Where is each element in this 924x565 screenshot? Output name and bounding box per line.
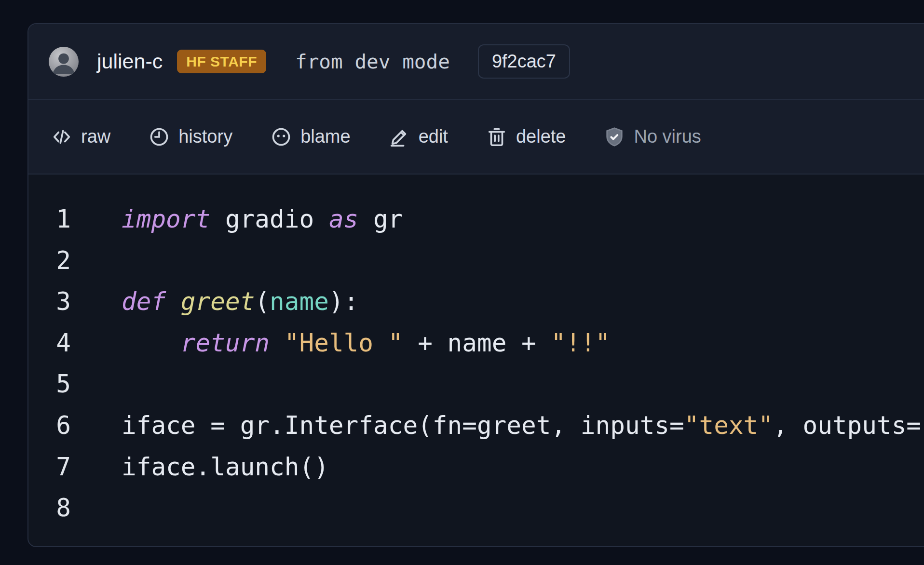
code-line-content: iface = gr.Interface(fn=greet, inputs="t… [122,405,924,446]
code-line: 7iface.launch() [28,446,924,488]
commit-hash-chip[interactable]: 9f2cac7 [478,44,570,79]
code-line: 4 return "Hello " + name + "!!" [28,323,924,364]
commit-author[interactable]: julien-c [97,50,163,73]
virus-scan-status: No virus [603,126,701,148]
commit-header: julien-c HF STAFF from dev mode 9f2cac7 [28,24,924,100]
hf-staff-badge: HF STAFF [177,50,266,73]
avatar[interactable] [49,47,79,77]
pencil-icon [388,126,410,148]
code-line: 8 [28,487,924,529]
code-icon [51,126,73,148]
commit-message: from dev mode [295,50,450,73]
code-line-content: import gradio as gr [122,199,403,240]
blame-label: blame [300,126,351,147]
code-line: 3def greet(name): [28,281,924,323]
delete-button[interactable]: delete [486,126,566,148]
line-number[interactable]: 3 [28,281,71,323]
line-number[interactable]: 1 [28,199,71,240]
line-number[interactable]: 4 [28,323,71,364]
code-line: 6iface = gr.Interface(fn=greet, inputs="… [28,405,924,446]
code-line-content: iface.launch() [122,446,329,488]
file-viewer-card: julien-c HF STAFF from dev mode 9f2cac7 … [27,23,924,547]
trash-icon [486,126,508,148]
code-line: 2 [28,240,924,282]
line-number[interactable]: 2 [28,240,71,282]
raw-label: raw [81,126,110,147]
person-photo-icon [49,47,79,77]
edit-label: edit [419,126,448,147]
delete-label: delete [516,126,566,147]
shield-check-icon [603,126,625,148]
line-number[interactable]: 7 [28,446,71,488]
file-toolbar: raw history blame edit [28,100,924,175]
code-line: 1import gradio as gr [28,199,924,240]
raw-button[interactable]: raw [51,126,110,148]
edit-button[interactable]: edit [388,126,448,148]
history-label: history [178,126,232,147]
blame-button[interactable]: blame [270,126,351,148]
line-number[interactable]: 5 [28,363,71,405]
code-viewer: 1import gradio as gr23def greet(name):4 … [28,175,924,529]
line-number[interactable]: 6 [28,405,71,446]
blame-face-icon [270,126,292,148]
virus-status-label: No virus [634,126,701,147]
code-line-content: def greet(name): [122,281,358,323]
line-number[interactable]: 8 [28,487,71,529]
code-line: 5 [28,363,924,405]
history-button[interactable]: history [148,126,232,148]
clock-icon [148,126,170,148]
code-line-content: return "Hello " + name + "!!" [122,323,610,364]
